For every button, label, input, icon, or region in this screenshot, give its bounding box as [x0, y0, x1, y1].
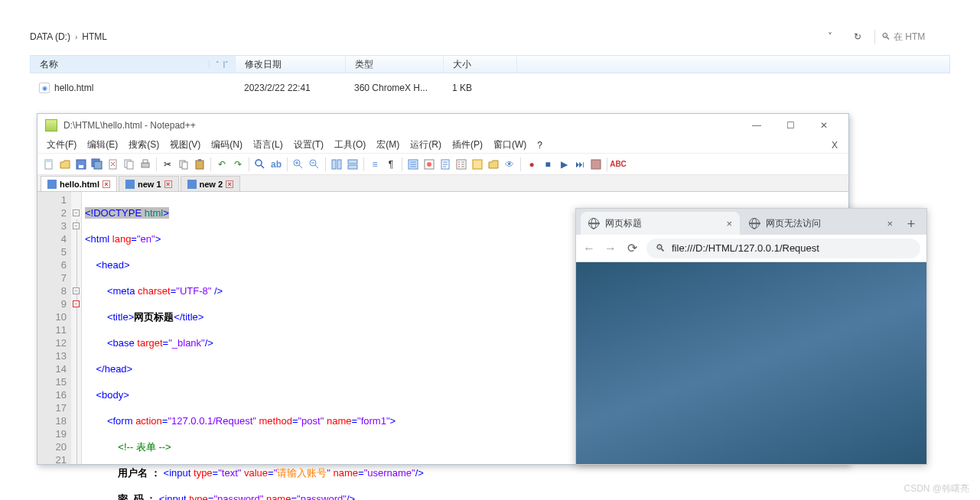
svg-rect-28	[591, 160, 601, 169]
window-title: D:\HTML\hello.html - Notepad++	[63, 120, 196, 131]
svg-rect-20	[348, 160, 357, 164]
copy-icon[interactable]	[177, 157, 190, 171]
zoom-in-icon[interactable]	[291, 157, 305, 171]
redo-icon[interactable]: ↷	[231, 157, 245, 171]
doc-map-icon[interactable]	[438, 157, 452, 171]
fastfwd-icon[interactable]: ⏭	[573, 157, 587, 171]
refresh-icon[interactable]: ↻	[847, 28, 868, 45]
column-type[interactable]: 类型	[346, 56, 444, 73]
find-icon[interactable]	[253, 157, 267, 171]
browser-tab-bar: 网页标题 × 网页无法访问 × +	[576, 209, 926, 235]
monitor-icon[interactable]: 👁	[503, 157, 516, 171]
menu-file[interactable]: 文件(F)	[42, 137, 81, 153]
menu-help[interactable]: ?	[532, 138, 547, 152]
print-icon[interactable]	[138, 157, 152, 171]
menu-macro[interactable]: 宏(M)	[372, 137, 404, 153]
breadcrumb-item[interactable]: HTML	[82, 31, 107, 42]
func-list-icon[interactable]	[470, 157, 484, 171]
tab-close-icon[interactable]: ×	[726, 218, 732, 229]
svg-rect-14	[198, 159, 201, 161]
save-icon[interactable]	[74, 157, 88, 171]
folder-icon[interactable]	[487, 157, 500, 171]
browser-tab[interactable]: 网页标题 ×	[581, 212, 740, 235]
search-icon: 🔍︎	[656, 242, 666, 254]
menu-plugins[interactable]: 插件(P)	[448, 137, 487, 153]
svg-rect-5	[94, 161, 102, 169]
userlang-icon[interactable]	[422, 157, 436, 171]
spellcheck-icon[interactable]: ABC	[611, 157, 625, 171]
cut-icon[interactable]: ✂	[161, 157, 174, 171]
tab-close-icon[interactable]: ×	[887, 218, 893, 229]
browser-tab-active[interactable]: 网页无法访问 ×	[741, 212, 900, 235]
file-icon	[125, 180, 135, 189]
open-file-icon[interactable]	[58, 157, 72, 171]
editor-tab-hello[interactable]: hello.html ×	[41, 176, 117, 191]
tab-close-icon[interactable]: ×	[164, 180, 172, 188]
tab-close-icon[interactable]: ×	[226, 180, 233, 188]
menu-edit[interactable]: 编辑(E)	[83, 137, 122, 153]
menu-settings[interactable]: 设置(T)	[289, 137, 328, 153]
breadcrumb-item[interactable]: DATA (D:)	[30, 31, 70, 42]
forward-icon[interactable]: →	[604, 242, 617, 255]
menu-language[interactable]: 语言(L)	[249, 137, 288, 153]
svg-rect-1	[45, 160, 52, 162]
sort-asc-icon[interactable]: ˄ |˅	[209, 60, 229, 68]
stop-icon[interactable]: ■	[541, 157, 555, 171]
back-icon[interactable]: ←	[582, 242, 596, 255]
svg-rect-12	[182, 162, 187, 169]
menu-window[interactable]: 窗口(W)	[489, 137, 531, 153]
search-input[interactable]: 🔍︎ 在 HTM	[881, 31, 950, 44]
wordwrap-icon[interactable]: ≡	[368, 157, 382, 171]
address-bar[interactable]: 🔍︎ file:///D:/HTML/127.0.0.1/Request	[646, 239, 920, 258]
minimize-button[interactable]: —	[740, 115, 773, 136]
doc-list-icon[interactable]	[454, 157, 468, 171]
indent-guide-icon[interactable]	[406, 157, 420, 171]
close-button[interactable]: ✕	[807, 115, 841, 136]
sync-v-icon[interactable]	[330, 157, 343, 171]
file-row[interactable]: ◉ hello.html 2023/2/22 22:41 360 ChromeX…	[30, 80, 950, 96]
replace-icon[interactable]: ab	[269, 157, 283, 171]
fold-gutter[interactable]: − − − −	[71, 192, 82, 464]
reload-icon[interactable]: ⟳	[625, 241, 639, 255]
menu-tools[interactable]: 工具(O)	[330, 137, 370, 153]
browser-toolbar: ← → ⟳ 🔍︎ file:///D:/HTML/127.0.0.1/Reque…	[576, 235, 926, 262]
column-size[interactable]: 大小	[444, 56, 517, 73]
svg-rect-9	[142, 163, 149, 167]
svg-rect-10	[143, 160, 148, 163]
menu-close-x[interactable]: X	[827, 138, 842, 152]
save-macro-icon[interactable]	[589, 157, 603, 171]
window-titlebar[interactable]: D:\HTML\hello.html - Notepad++ — ☐ ✕	[37, 114, 848, 137]
sync-h-icon[interactable]	[346, 157, 360, 171]
menu-search[interactable]: 搜索(S)	[124, 137, 164, 153]
menu-run[interactable]: 运行(R)	[405, 137, 446, 153]
editor-tab-new2[interactable]: new 2 ×	[181, 176, 241, 191]
show-all-icon[interactable]: ¶	[384, 157, 398, 171]
browser-viewport[interactable]	[576, 262, 926, 464]
editor-tab-new1[interactable]: new 1 ×	[119, 176, 179, 191]
zoom-out-icon[interactable]	[308, 157, 321, 171]
menu-view[interactable]: 视图(V)	[165, 137, 205, 153]
undo-icon[interactable]: ↶	[215, 157, 229, 171]
tab-close-icon[interactable]: ×	[103, 180, 110, 188]
dropdown-icon[interactable]: ˅	[819, 28, 841, 45]
tab-title: 网页无法访问	[766, 217, 881, 230]
close-all-icon[interactable]	[122, 157, 136, 171]
svg-rect-8	[127, 161, 133, 169]
url-text: file:///D:/HTML/127.0.0.1/Request	[672, 242, 819, 254]
search-placeholder: 在 HTM	[894, 31, 925, 44]
search-icon: 🔍︎	[881, 31, 890, 42]
record-icon[interactable]: ●	[525, 157, 539, 171]
paste-icon[interactable]	[193, 157, 207, 171]
breadcrumb[interactable]: DATA (D:) › HTML	[30, 31, 819, 42]
browser-window: 网页标题 × 网页无法访问 × + ← → ⟳ 🔍︎ file:///D:/HT…	[575, 208, 927, 465]
new-tab-button[interactable]: +	[900, 213, 922, 235]
menu-encoding[interactable]: 编码(N)	[207, 137, 247, 153]
new-file-icon[interactable]	[42, 157, 56, 171]
play-icon[interactable]: ▶	[557, 157, 571, 171]
save-all-icon[interactable]	[90, 157, 104, 171]
column-name[interactable]: 名称 ˄ |˅	[31, 56, 236, 73]
maximize-button[interactable]: ☐	[773, 115, 807, 136]
editor-tab-bar: hello.html × new 1 × new 2 ×	[37, 175, 848, 192]
close-file-icon[interactable]	[106, 157, 120, 171]
column-modified[interactable]: 修改日期	[236, 56, 346, 73]
